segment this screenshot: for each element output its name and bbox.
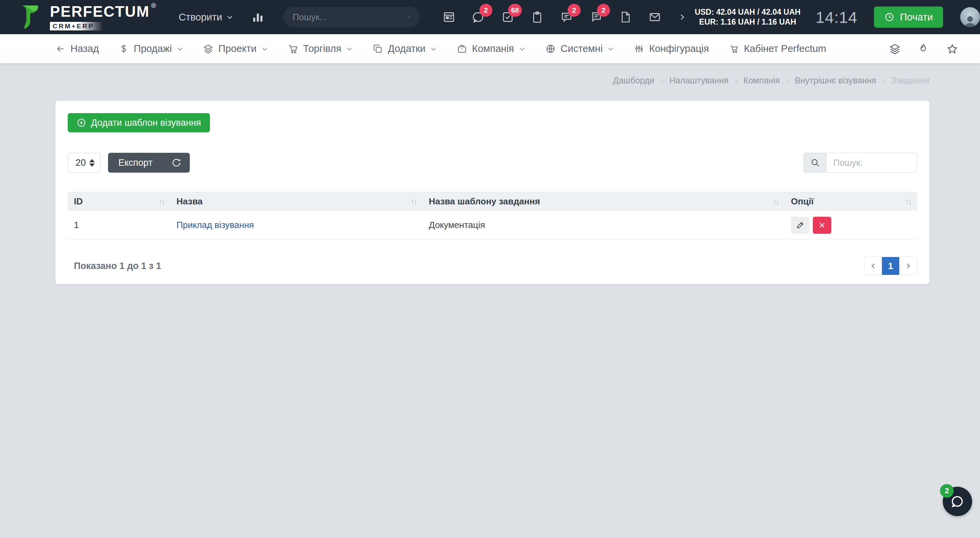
hot-actions-button[interactable] — [918, 43, 929, 55]
create-label: Створити — [179, 12, 222, 23]
breadcrumb-settings[interactable]: Налаштування — [670, 76, 729, 86]
star-icon — [947, 43, 958, 55]
menu-system[interactable]: Системні — [546, 43, 614, 54]
approval-templates-table: ID ↑↓ Назва ↑↓ Назва шаблону завдання ↑↓… — [68, 192, 917, 240]
mail-button[interactable] — [648, 11, 661, 24]
topbar: PERFECTUM ® CRM+ERP Створити 2 — [0, 0, 980, 34]
chevron-down-icon — [519, 46, 525, 52]
breadcrumb-separator: › — [786, 76, 789, 86]
delete-button[interactable] — [813, 217, 831, 234]
page-size-select[interactable]: 20 — [68, 153, 100, 173]
copy-icon — [373, 44, 383, 54]
chat-bubble-icon — [950, 494, 965, 509]
sliders-icon — [634, 44, 644, 54]
content-card: Додати шаблон візування 20 Експорт — [56, 101, 929, 284]
pagination-next-button[interactable] — [899, 257, 917, 275]
breadcrumb-dashboards[interactable]: Дашборди — [613, 76, 654, 86]
global-search-input[interactable] — [293, 12, 407, 22]
menu-company[interactable]: Компанія — [457, 43, 525, 54]
chevron-left-icon — [870, 262, 877, 269]
export-button[interactable]: Експорт — [108, 153, 163, 173]
currency-eur: EUR: 1.16 UAH / 1.16 UAH — [695, 17, 800, 27]
table-header-row: ID ↑↓ Назва ↑↓ Назва шаблону завдання ↑↓… — [68, 192, 917, 211]
row-name-link[interactable]: Приклад візування — [177, 220, 254, 230]
menu-addons-label: Додатки — [388, 43, 425, 54]
documents-button[interactable] — [619, 11, 632, 24]
edit-button[interactable] — [791, 217, 809, 234]
chat-widget-button[interactable]: 2 — [943, 487, 972, 516]
back-label: Назад — [70, 43, 99, 54]
brand-subtitle: CRM+ERP — [50, 22, 103, 30]
menu-projects[interactable]: Проекти — [203, 43, 268, 54]
currency-toggle[interactable] — [678, 13, 686, 21]
brand-name: PERFECTUM — [50, 4, 150, 19]
add-approval-template-button[interactable]: Додати шаблон візування — [68, 113, 210, 132]
menu-system-label: Системні — [560, 43, 603, 54]
sort-icon[interactable]: ↑↓ — [773, 197, 779, 206]
layers-icon — [203, 44, 213, 54]
tasks-button[interactable]: 68 — [501, 11, 514, 24]
menu-cabinet[interactable]: Кабінет Perfectum — [729, 43, 826, 54]
menu-projects-label: Проекти — [218, 43, 256, 54]
clipboard-icon — [531, 11, 544, 24]
chevron-down-icon — [226, 14, 233, 21]
create-dropdown[interactable]: Створити — [179, 12, 233, 23]
table-search — [803, 153, 917, 173]
brand-logo[interactable]: PERFECTUM ® CRM+ERP — [21, 4, 156, 30]
page-size-value: 20 — [76, 157, 86, 168]
breadcrumb-internal-approval[interactable]: Внутрішнє візування — [795, 76, 876, 86]
mentions-button[interactable]: 2 — [590, 11, 603, 24]
table-header-task-template[interactable]: Назва шаблону завдання ↑↓ — [423, 196, 785, 207]
back-button[interactable]: Назад — [56, 43, 99, 54]
refresh-icon — [171, 157, 181, 168]
refresh-button[interactable] — [163, 153, 190, 173]
plus-circle-icon — [76, 118, 86, 127]
table-search-input[interactable] — [826, 153, 917, 173]
envelope-icon — [648, 11, 661, 24]
clipboard-button[interactable] — [531, 11, 544, 24]
row-id-cell: 1 — [68, 220, 170, 230]
x-icon — [818, 222, 826, 229]
breadcrumb: Дашборди › Налаштування › Компанія › Вну… — [0, 63, 980, 86]
menu-cabinet-label: Кабінет Perfectum — [744, 43, 826, 54]
currency-usd: USD: 42.04 UAH / 42.04 UAH — [695, 7, 800, 17]
currency-rates: USD: 42.04 UAH / 42.04 UAH EUR: 1.16 UAH… — [695, 7, 800, 27]
pagination-prev-button[interactable] — [864, 257, 882, 275]
chats-badge: 2 — [479, 4, 492, 17]
table-search-button[interactable] — [803, 153, 826, 173]
user-menu[interactable] — [960, 7, 980, 27]
results-summary: Показано 1 до 1 з 1 — [68, 261, 161, 271]
sort-icon[interactable]: ↑↓ — [905, 197, 911, 206]
comments-button[interactable]: 2 — [560, 11, 573, 24]
add-approval-template-label: Додати шаблон візування — [91, 117, 201, 128]
sort-icon[interactable]: ↑↓ — [158, 197, 164, 206]
briefcase-icon — [457, 44, 467, 54]
table-header-name[interactable]: Назва ↑↓ — [170, 196, 423, 207]
statistics-button[interactable] — [252, 11, 264, 23]
row-task-template-cell: Документація — [423, 220, 785, 230]
export-button-group: Експорт — [108, 153, 190, 173]
pagination: 1 — [864, 257, 917, 275]
table-header-id[interactable]: ID ↑↓ — [68, 196, 170, 207]
news-button[interactable] — [442, 11, 455, 24]
menu-configuration[interactable]: Конфігурація — [634, 43, 709, 54]
chevron-down-icon — [607, 46, 614, 52]
layers-tool-button[interactable] — [889, 43, 900, 55]
globe-icon — [546, 44, 556, 54]
chevron-down-icon — [430, 46, 437, 52]
menu-addons[interactable]: Додатки — [373, 43, 437, 54]
row-options-cell — [785, 217, 917, 234]
dollar-icon — [119, 44, 129, 54]
table-row: 1 Приклад візування Документація — [68, 211, 917, 240]
clock: 14:14 — [816, 8, 858, 27]
pagination-page-1[interactable]: 1 — [882, 257, 899, 275]
favorites-button[interactable] — [947, 43, 958, 55]
breadcrumb-company[interactable]: Компанія — [743, 76, 780, 86]
sort-icon[interactable]: ↑↓ — [410, 197, 417, 206]
menu-sales[interactable]: Продажі — [119, 43, 183, 54]
table-header-options[interactable]: Опції ↑↓ — [785, 196, 917, 207]
start-timer-button[interactable]: Почати — [874, 6, 943, 28]
search-icon[interactable] — [407, 12, 410, 22]
chats-button[interactable]: 2 — [472, 11, 485, 24]
menu-trade[interactable]: Торгівля — [288, 43, 353, 54]
